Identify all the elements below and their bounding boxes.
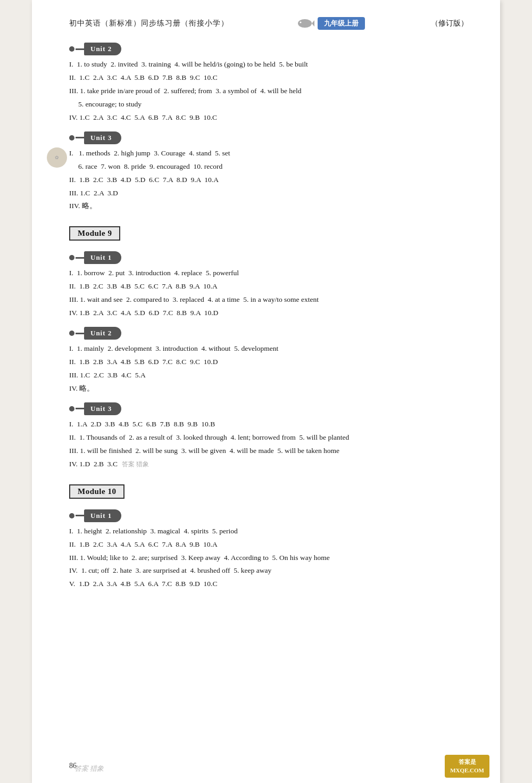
unit3-mod9-section: I. 1.A 2.D 3.B 4.B 5.C 6.B 7.B 8.B 9.B 1…	[69, 418, 468, 471]
unit3-line3: II. 1.B 2.C 3.B 4.D 5.D 6.C 7.A 8.D 9.A …	[69, 174, 468, 186]
unit3-line5: IIV. 略。	[69, 200, 468, 212]
u3m9-iv-text: IV. 1.D 2.B 3.C	[69, 458, 118, 471]
unit1-mod9-tag: Unit 1	[69, 251, 468, 264]
header-title-left: 初中英语（新标准）同步练习册（衔接小学）	[69, 19, 229, 28]
u3m9-line3: III. 1. will be finished 2. will be sung…	[69, 445, 468, 457]
unit3-mod9-label: Unit 3	[84, 402, 121, 415]
unit1-mod10-label: Unit 1	[84, 509, 121, 522]
u1m10-line4: IV. 1. cut; off 2. hate 3. are surprised…	[69, 565, 468, 577]
module10-container: Module 10	[69, 479, 468, 504]
unit2-line5: IV. 1.C 2.A 3.C 4.C 5.A 6.B 7.A 8.C 9.B …	[69, 112, 468, 124]
unit-dot	[69, 513, 74, 518]
u1m9-line1: I. 1. borrow 2. put 3. introduction 4. r…	[69, 267, 468, 279]
svg-point-2	[300, 22, 301, 23]
u1m9-line4: IV. 1.B 2.A 3.C 4.A 5.D 6.D 7.C 8.B 9.A …	[69, 307, 468, 319]
u3m9-line1: I. 1.A 2.D 3.B 4.B 5.C 6.B 7.B 8.B 9.B 1…	[69, 418, 468, 431]
unit3-line1: I. 1. methods 2. high jump 3. Courage 4.…	[69, 147, 468, 160]
u3m9-line4: IV. 1.D 2.B 3.C 答案 猎象	[69, 458, 468, 471]
module10-label: Module 10	[69, 484, 124, 499]
unit3-mod8-tag: Unit 3	[69, 131, 468, 144]
u2m9-line2: II. 1.B 2.B 3.A 4.B 5.B 6.D 7.C 8.C 9.C …	[69, 356, 468, 368]
u1m10-line3: III. 1. Would; like to 2. are; surprised…	[69, 552, 468, 564]
svg-marker-1	[312, 20, 314, 27]
fish-icon	[295, 16, 314, 31]
unit1-mod9-label: Unit 1	[84, 251, 121, 264]
u1m9-line2: II. 1.B 2.C 3.B 4.B 5.C 6.C 7.A 8.B 9.A …	[69, 281, 468, 293]
u1m10-line5: V. 1.D 2.A 3.A 4.B 5.A 6.A 7.C 8.B 9.D 1…	[69, 578, 468, 590]
unit1-mod9-section: I. 1. borrow 2. put 3. introduction 4. r…	[69, 267, 468, 319]
u2m9-line4: IV. 略。	[69, 383, 468, 395]
unit2-line2: II. 1.C 2.A 3.C 4.A 5.B 6.D 7.B 8.B 9.C …	[69, 72, 468, 84]
module9-label: Module 9	[69, 226, 120, 241]
unit2-mod9-tag: Unit 2	[69, 327, 468, 340]
page: 初中英语（新标准）同步练习册（衔接小学） 九年级上册 （修订版） Unit 2 …	[32, 0, 500, 783]
u1m9-line3: III. 1. wait and see 2. compared to 3. r…	[69, 294, 468, 306]
unit2-mod9-label: Unit 2	[84, 327, 121, 340]
u3m9-watermark-small: 答案 猎象	[122, 459, 149, 469]
unit2-mod8-tag: Unit 2	[69, 43, 468, 55]
u1m10-line2: II. 1.B 2.C 3.A 4.A 5.A 6.C 7.A 8.A 9.B …	[69, 539, 468, 551]
u2m9-line1: I. 1. mainly 2. development 3. introduct…	[69, 343, 468, 355]
unit-dot	[69, 406, 74, 411]
unit2-line1: I. 1. to study 2. invited 3. training 4.…	[69, 59, 468, 71]
unit3-line2: 6. race 7. won 8. pride 9. encouraged 10…	[69, 161, 468, 173]
logo-line2: MXQE.COM	[450, 766, 484, 774]
unit2-mod8-label: Unit 2	[84, 43, 121, 55]
header-badge: 九年级上册	[318, 17, 365, 30]
unit-dot	[69, 255, 74, 260]
unit-dot	[69, 331, 74, 336]
unit3-mod8-section: ✿ I. 1. methods 2. high jump 3. Courage …	[69, 147, 468, 213]
logo-line1: 答案是	[450, 758, 484, 766]
logo-area: 答案是 MXQE.COM	[445, 755, 489, 778]
unit3-mod9-tag: Unit 3	[69, 402, 468, 415]
u3m9-line2: II. 1. Thousands of 2. as a result of 3.…	[69, 432, 468, 444]
unit-dot	[69, 135, 74, 141]
svg-point-0	[298, 19, 312, 28]
unit1-mod10-section: I. 1. height 2. relationship 3. magical …	[69, 525, 468, 591]
unit2-line3: III. 1. take pride in/are proud of 2. su…	[69, 85, 468, 97]
header-revision: （修订版）	[431, 19, 468, 28]
u1m10-line1: I. 1. height 2. relationship 3. magical …	[69, 525, 468, 538]
page-header: 初中英语（新标准）同步练习册（衔接小学） 九年级上册 （修订版）	[69, 16, 468, 33]
unit2-mod9-section: I. 1. mainly 2. development 3. introduct…	[69, 343, 468, 395]
module9-container: Module 9	[69, 221, 468, 246]
unit-dot	[69, 46, 74, 52]
unit1-mod10-tag: Unit 1	[69, 509, 468, 522]
sticker-decoration: ✿	[47, 147, 67, 168]
u2m9-line3: III. 1.C 2.C 3.B 4.C 5.A	[69, 369, 468, 382]
unit2-mod8-section: I. 1. to study 2. invited 3. training 4.…	[69, 59, 468, 124]
unit2-line4: 5. encourage; to study	[69, 98, 468, 111]
unit3-line4: III. 1.C 2.A 3.D	[69, 187, 468, 200]
watermark-text: 答案 猎象	[74, 764, 104, 773]
unit3-mod8-label: Unit 3	[84, 131, 121, 144]
